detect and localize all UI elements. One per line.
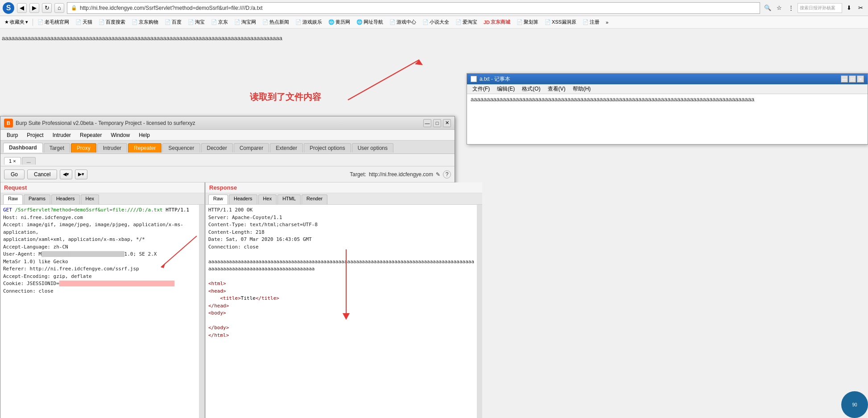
notepad-close-button[interactable]: ✕ xyxy=(857,75,864,83)
request-line-0: GET /SsrfServlet?method=demoSsrf&url=fil… xyxy=(3,207,196,214)
burp-maximize-button[interactable]: □ xyxy=(433,119,441,127)
bookmark-item[interactable]: 📄聚划算 xyxy=(514,18,541,26)
bookmark-item[interactable]: 📄老毛桃官网 xyxy=(35,18,72,26)
tab-user-options[interactable]: User options xyxy=(352,143,393,153)
response-html-5: <body> xyxy=(208,310,474,317)
tab-sequencer[interactable]: Sequencer xyxy=(162,143,200,153)
notepad-menu-edit[interactable]: 编辑(E) xyxy=(493,84,518,94)
bookmark-item[interactable]: 📄游戏中心 xyxy=(387,18,419,26)
download-icon[interactable]: ⬇ xyxy=(844,3,854,13)
notepad-menu-help[interactable]: 帮助(H) xyxy=(569,84,595,94)
bookmark-favorites[interactable]: ★ 收藏夹 ▾ xyxy=(2,18,31,26)
notepad-menu-view[interactable]: 查看(V) xyxy=(544,84,569,94)
nav-home-button[interactable]: ⌂ xyxy=(54,3,64,13)
notepad-menu-format[interactable]: 格式(O) xyxy=(518,84,544,94)
tab-target[interactable]: Target xyxy=(44,143,70,153)
request-tab-raw[interactable]: Raw xyxy=(3,195,23,204)
star-icon[interactable]: ☆ xyxy=(774,3,784,13)
request-line-9: Cookie: JSESSIONID=█████████████████████… xyxy=(3,280,196,288)
tab-repeater[interactable]: Repeater xyxy=(128,143,161,153)
burp-close-button[interactable]: ✕ xyxy=(443,119,451,127)
edit-icon[interactable]: ✎ xyxy=(436,171,440,178)
request-tab-headers[interactable]: Headers xyxy=(51,195,80,204)
notepad-icon xyxy=(471,76,477,82)
cancel-button[interactable]: Cancel xyxy=(27,170,57,179)
notepad-content-text: aaaaaaaaaaaaaaaaaaaaaaaaaaaaaaaaaaaaaaaa… xyxy=(471,96,754,103)
response-html-3: <title>Title</title> xyxy=(208,295,474,302)
burp-menu-project[interactable]: Project xyxy=(23,132,47,139)
url-text: http://ni.free.idcfengye.com/SsrfServlet… xyxy=(80,5,756,11)
burp-menu-help[interactable]: Help xyxy=(135,132,153,139)
nav-forward-button[interactable]: ▶▾ xyxy=(75,170,87,179)
response-server: Server: Apache-Coyote/1.1 xyxy=(208,214,474,222)
more-bookmarks[interactable]: » xyxy=(603,19,611,26)
bookmark-item[interactable]: 📄注册 xyxy=(580,18,602,26)
response-html-4: </head> xyxy=(208,302,474,310)
response-tab-render[interactable]: Render xyxy=(302,195,327,204)
bookmark-item[interactable]: JD京东商城 xyxy=(481,18,513,26)
search-box[interactable]: 搜索日报评孙杨案 xyxy=(798,3,842,13)
response-html-7: </body> xyxy=(208,324,474,332)
burp-minimize-button[interactable]: — xyxy=(423,119,431,127)
burp-menu-burp[interactable]: Burp xyxy=(3,132,21,139)
avatar: 90 xyxy=(841,391,868,418)
tab-project-options[interactable]: Project options xyxy=(304,143,351,153)
burp-win-buttons: — □ ✕ xyxy=(423,119,451,127)
bookmark-item[interactable]: 📄百度搜索 xyxy=(96,18,128,26)
go-button[interactable]: Go xyxy=(4,170,25,179)
response-tab-hex[interactable]: Hex xyxy=(258,195,277,204)
burp-toolbar: Go Cancel ◀▾ ▶▾ Target: http://ni.free.i… xyxy=(0,166,455,182)
annotation-text: 读取到了文件内容 xyxy=(250,91,321,103)
help-icon[interactable]: ? xyxy=(443,170,451,178)
request-tab-params[interactable]: Params xyxy=(24,195,50,204)
request-scrollbar[interactable] xyxy=(199,205,204,418)
tab-comparer[interactable]: Comparer xyxy=(234,143,269,153)
nav-forward-button[interactable]: ▶ xyxy=(29,3,39,13)
tab-intruder[interactable]: Intruder xyxy=(97,143,127,153)
bookmark-item[interactable]: 🌐网址导航 xyxy=(354,18,386,26)
url-bar[interactable]: 🔒 http://ni.free.idcfengye.com/SsrfServl… xyxy=(67,2,760,14)
notepad-title: a.txt - 记事本 xyxy=(471,75,510,83)
bookmark-item[interactable]: 📄XSS漏洞原 xyxy=(542,18,579,26)
subtab-1[interactable]: 1 × xyxy=(4,157,21,165)
browser-logo: S xyxy=(3,2,14,14)
response-scrollbar[interactable] xyxy=(477,205,482,418)
tools-icon[interactable]: ✂ xyxy=(856,3,865,13)
bookmark-item[interactable]: 📄小说大全 xyxy=(420,18,452,26)
bookmark-item[interactable]: 📄热点新闻 xyxy=(260,18,292,26)
bookmark-item[interactable]: 📄淘宝 xyxy=(185,18,207,26)
bookmark-item[interactable]: 📄百度 xyxy=(162,18,184,26)
bookmark-item[interactable]: 📄京东购物 xyxy=(129,18,161,26)
tab-proxy[interactable]: Proxy xyxy=(71,143,96,153)
request-tab-hex[interactable]: Hex xyxy=(81,195,99,204)
burp-menu-intruder[interactable]: Intruder xyxy=(49,132,74,139)
notepad-menu-file[interactable]: 文件(F) xyxy=(469,84,493,94)
bookmarks-bar: ★ 收藏夹 ▾ 📄老毛桃官网 📄天猫 📄百度搜索 📄京东购物 📄百度 📄淘宝 📄… xyxy=(0,16,868,29)
response-tabs: Raw Headers Hex HTML Render xyxy=(206,193,482,205)
bookmark-item[interactable]: 📄京东 xyxy=(208,18,231,26)
bookmark-item[interactable]: 📄爱淘宝 xyxy=(453,18,480,26)
bookmark-item[interactable]: 🌐黄历网 xyxy=(326,18,353,26)
request-line-4: Accept-Language: zh-CN xyxy=(3,244,196,251)
response-tab-headers[interactable]: Headers xyxy=(229,195,257,204)
nav-back-button[interactable]: ◀ xyxy=(17,3,27,13)
notepad-content-area: aaaaaaaaaaaaaaaaaaaaaaaaaaaaaaaaaaaaaaaa… xyxy=(467,94,868,144)
notepad-maximize-button[interactable]: □ xyxy=(849,75,856,83)
burp-menu-repeater[interactable]: Repeater xyxy=(76,132,105,139)
menu-icon[interactable]: ⋮ xyxy=(786,3,796,13)
burp-menu-window[interactable]: Window xyxy=(107,132,133,139)
bookmark-item[interactable]: 📄天猫 xyxy=(73,18,95,26)
search-icon[interactable]: 🔍 xyxy=(763,3,773,13)
response-tab-raw[interactable]: Raw xyxy=(208,195,228,204)
response-tab-html[interactable]: HTML xyxy=(277,195,301,204)
subtab-more[interactable]: ... xyxy=(22,157,36,165)
nav-back-button[interactable]: ◀▾ xyxy=(60,170,72,179)
notepad-minimize-button[interactable]: — xyxy=(841,75,848,83)
response-connection: Connection: close xyxy=(208,244,474,251)
tab-decoder[interactable]: Decoder xyxy=(201,143,233,153)
nav-refresh-button[interactable]: ↻ xyxy=(42,3,52,13)
bookmark-item[interactable]: 📄淘宝网 xyxy=(231,18,259,26)
tab-dashboard[interactable]: Dashboard xyxy=(3,143,43,153)
tab-extender[interactable]: Extender xyxy=(270,143,303,153)
bookmark-item[interactable]: 📄游戏娱乐 xyxy=(293,18,325,26)
